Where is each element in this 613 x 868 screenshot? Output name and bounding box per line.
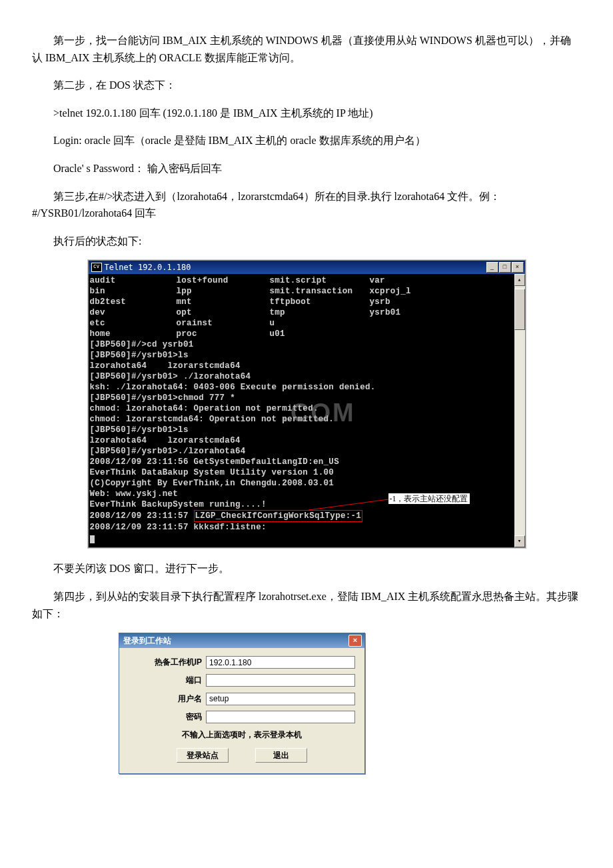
paragraph-noclose: 不要关闭该 DOS 窗口。进行下一步。: [32, 560, 581, 577]
paragraph-execresult: 执行后的状态如下:: [32, 233, 581, 250]
minimize-button[interactable]: _: [486, 262, 498, 273]
terminal-output: auditlost+foundsmit.scriptvarbinlppsmit.…: [89, 274, 514, 547]
login-button[interactable]: 登录站点: [177, 748, 229, 763]
label-port: 端口: [129, 674, 206, 687]
login-titlebar[interactable]: 登录到工作站 ×: [119, 633, 364, 648]
label-user: 用户名: [129, 693, 206, 705]
paragraph-step2: 第二步，在 DOS 状态下：: [32, 77, 581, 94]
terminal-icon: cv: [91, 263, 102, 272]
paragraph-step3: 第三步,在#/>状态进入到（lzorahota64，lzorarstcmda64…: [32, 188, 581, 222]
telnet-titlebar[interactable]: cv Telnet 192.0.1.180 _ □ ×: [89, 261, 525, 274]
scroll-up-button[interactable]: ▴: [514, 274, 525, 286]
input-ip[interactable]: [206, 656, 355, 669]
input-port[interactable]: [206, 674, 355, 687]
login-note: 不输入上面选项时，表示登录本机: [129, 729, 355, 741]
close-button[interactable]: ×: [512, 262, 524, 273]
input-password[interactable]: [206, 711, 355, 723]
paragraph-login: Login: oracle 回车（oracle 是登陆 IBM_AIX 主机的 …: [32, 132, 581, 149]
scroll-thumb[interactable]: [514, 289, 525, 330]
telnet-title: Telnet 192.0.1.180: [105, 261, 191, 274]
paragraph-telnet: >telnet 192.0.1.180 回车 (192.0.1.180 是 IB…: [32, 105, 581, 122]
document-page: 第一步，找一台能访问 IBM_AIX 主机系统的 WINDOWS 机器（直接使用…: [0, 0, 613, 801]
label-password: 密码: [129, 711, 206, 723]
label-ip: 热备工作机IP: [129, 656, 206, 669]
exit-button[interactable]: 退出: [255, 748, 307, 763]
scroll-down-button[interactable]: ▾: [514, 535, 525, 547]
maximize-button[interactable]: □: [499, 262, 511, 273]
scroll-track[interactable]: [514, 286, 525, 535]
login-close-button[interactable]: ×: [348, 635, 362, 647]
input-user[interactable]: [206, 693, 355, 705]
telnet-window: cv Telnet 192.0.1.180 _ □ × auditlost+fo…: [88, 260, 526, 548]
login-dialog: 登录到工作站 × 热备工作机IP 端口 用户名 密码 不输入上面选项时，表示登录…: [119, 633, 365, 774]
annotation-callout: -1，表示主站还没配置: [388, 493, 470, 505]
svg-line-0: [308, 499, 388, 510]
login-title: 登录到工作站: [123, 635, 171, 647]
vertical-scrollbar[interactable]: ▴ ▾: [514, 274, 525, 547]
paragraph-step1: 第一步，找一台能访问 IBM_AIX 主机系统的 WINDOWS 机器（直接使用…: [32, 32, 581, 66]
paragraph-password: Oracle' s Password： 输入密码后回车: [32, 160, 581, 177]
paragraph-step4: 第四步，到从站的安装目录下执行配置程序 lzorahotrset.exe，登陆 …: [32, 588, 581, 622]
